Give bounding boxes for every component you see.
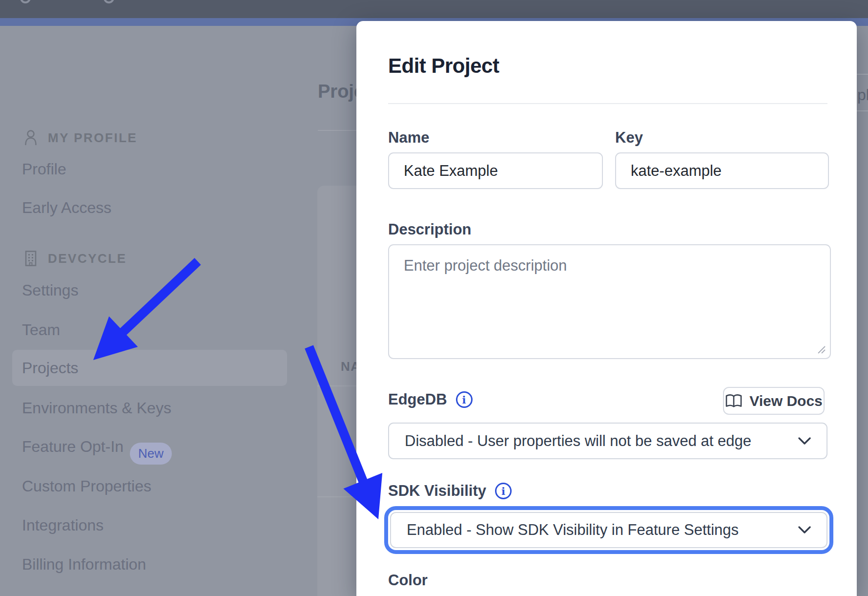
name-label: Name	[388, 129, 429, 147]
view-docs-label: View Docs	[749, 393, 823, 409]
sdk-visibility-selected-value: Enabled - Show SDK Visibility in Feature…	[391, 521, 773, 539]
info-icon[interactable]: i	[456, 391, 473, 408]
chevron-down-icon	[798, 526, 811, 534]
sidebar-item-billing-information[interactable]: Billing Information	[22, 554, 146, 574]
clipped-nav-glyph	[103, 0, 114, 3]
modal-title-divider	[388, 103, 827, 104]
key-input[interactable]	[615, 152, 829, 189]
sidebar-section-devcycle: DEVCYCLE	[24, 251, 127, 266]
sidebar-item-integrations[interactable]: Integrations	[22, 515, 103, 535]
building-icon	[24, 251, 37, 266]
top-nav-bar	[0, 0, 868, 18]
sidebar-section-label: DEVCYCLE	[48, 251, 127, 266]
edgedb-selected-value: Disabled - User properties will not be s…	[389, 432, 785, 450]
clipped-nav-glyph	[20, 0, 31, 3]
modal-title: Edit Project	[388, 54, 499, 78]
clipped-control-border	[857, 74, 868, 75]
sidebar-item-early-access[interactable]: Early Access	[22, 198, 111, 217]
chevron-down-icon	[798, 437, 811, 445]
sidebar-item-custom-properties[interactable]: Custom Properties	[22, 476, 151, 496]
description-label: Description	[388, 221, 472, 238]
key-label: Key	[615, 129, 643, 147]
edit-project-modal: Edit Project Name Key Description EdgeDB…	[356, 21, 857, 596]
info-icon[interactable]: i	[495, 483, 512, 499]
sidebar-item-team[interactable]: Team	[22, 320, 60, 340]
sdk-visibility-label: SDK Visibility	[388, 482, 486, 500]
edgedb-label: EdgeDB	[388, 391, 447, 408]
clipped-control-border	[857, 110, 868, 111]
clipped-right-text: ple	[857, 86, 868, 104]
projects-table-card: NA	[317, 186, 358, 596]
description-textarea[interactable]	[388, 244, 831, 359]
sidebar-item-profile[interactable]: Profile	[22, 159, 66, 179]
sidebar-section-my-profile: MY PROFILE	[24, 129, 137, 146]
sidebar-section-label: MY PROFILE	[48, 130, 137, 146]
edgedb-select[interactable]: Disabled - User properties will not be s…	[388, 423, 827, 459]
color-label: Color	[388, 572, 428, 589]
view-docs-button[interactable]: View Docs	[723, 387, 825, 415]
edgedb-label-row: EdgeDB i	[388, 391, 473, 408]
new-badge: New	[130, 443, 172, 465]
book-icon	[725, 394, 743, 408]
sidebar-item-feature-opt-in[interactable]: Feature Opt-In	[22, 437, 124, 456]
sidebar-item-projects[interactable]: Projects	[22, 358, 79, 378]
resize-grip-icon[interactable]	[816, 344, 826, 354]
sidebar-item-environments-keys[interactable]: Environments & Keys	[22, 398, 171, 418]
sidebar-item-settings[interactable]: Settings	[22, 280, 79, 300]
person-icon	[24, 129, 37, 146]
name-input[interactable]	[388, 152, 603, 189]
page-header-divider	[318, 130, 358, 131]
sdk-visibility-label-row: SDK Visibility i	[388, 482, 512, 500]
sdk-visibility-select-focused[interactable]: Enabled - Show SDK Visibility in Feature…	[390, 512, 827, 548]
